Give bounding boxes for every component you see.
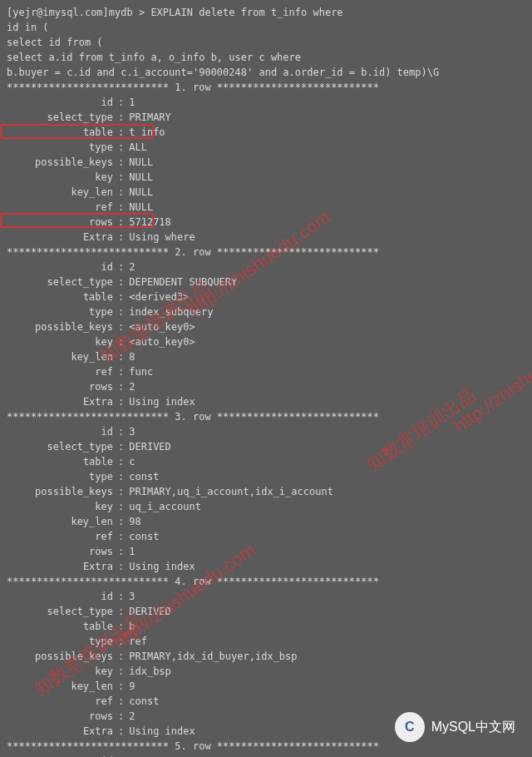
kv-key-len: key_len:9 [7,679,525,694]
kv-extra: Extra:Using where [7,230,525,245]
kv-id: id:2 [7,260,525,275]
row-separator-4: *************************** 4. row *****… [7,574,525,589]
kv-select-type: select_type:DEPENDENT SUBQUERY [7,275,525,289]
kv-possible-keys: possible_keys:NULL [7,155,525,170]
kv-type: type:ALL [7,140,525,155]
row-separator-3: *************************** 3. row *****… [7,409,525,424]
kv-type: type:const [7,469,525,484]
kv-table: table:t_info [7,125,525,140]
kv-ref: ref:func [7,364,525,379]
kv-id: id:3 [7,589,525,604]
kv-select-type: select_type:DERIVED [7,604,525,619]
kv-possible-keys: possible_keys:<auto_key0> [7,319,525,334]
kv-extra: Extra:Using index [7,394,525,409]
kv-possible-keys: possible_keys:PRIMARY,idx_id_buyer,idx_b… [7,649,525,664]
kv-select-type: select_type:PRIMARY [7,110,525,125]
kv-id: id:3 [7,424,525,439]
kv-id: id:3 [7,754,525,757]
kv-key: key:uq_i_account [7,499,525,514]
footer-text: MySQL中文网 [431,717,515,737]
query-line-3: select id from ( [7,35,525,50]
kv-ref: ref:const [7,529,525,544]
footer-wechat-badge: C MySQL中文网 [395,712,515,742]
kv-table: table:<derived3> [7,289,525,304]
row-separator-2: *************************** 2. row *****… [7,245,525,260]
kv-id: id:1 [7,95,525,110]
kv-key: key:<auto_key0> [7,334,525,349]
kv-key-len: key_len:8 [7,349,525,364]
kv-select-type: select_type:DERIVED [7,439,525,454]
kv-key: key:NULL [7,170,525,185]
kv-table: table:c [7,454,525,469]
kv-table: table:b [7,619,525,634]
kv-key-len: key_len:98 [7,514,525,529]
kv-ref: ref:NULL [7,200,525,215]
query-line-5: b.buyer = c.id and c.i_account='90000248… [7,65,525,80]
row-separator-1: *************************** 1. row *****… [7,80,525,95]
kv-extra: Extra:Using index [7,559,525,574]
kv-rows: rows:5712718 [7,215,525,230]
wechat-avatar-icon: C [395,712,425,742]
kv-key-len: key_len:NULL [7,185,525,200]
kv-type: type:ref [7,634,525,649]
kv-rows: rows:1 [7,544,525,559]
kv-type: type:index_subquery [7,304,525,319]
query-line-2: id in ( [7,20,525,35]
kv-rows: rows:2 [7,379,525,394]
kv-ref: ref:const [7,694,525,709]
kv-possible-keys: possible_keys:PRIMARY,uq_i_account,idx_i… [7,484,525,499]
query-line-4: select a.id from t_info a, o_info b, use… [7,50,525,65]
kv-key: key:idx_bsp [7,664,525,679]
query-line-1: [yejr@imysql.com]mydb > EXPLAIN delete f… [7,5,525,20]
